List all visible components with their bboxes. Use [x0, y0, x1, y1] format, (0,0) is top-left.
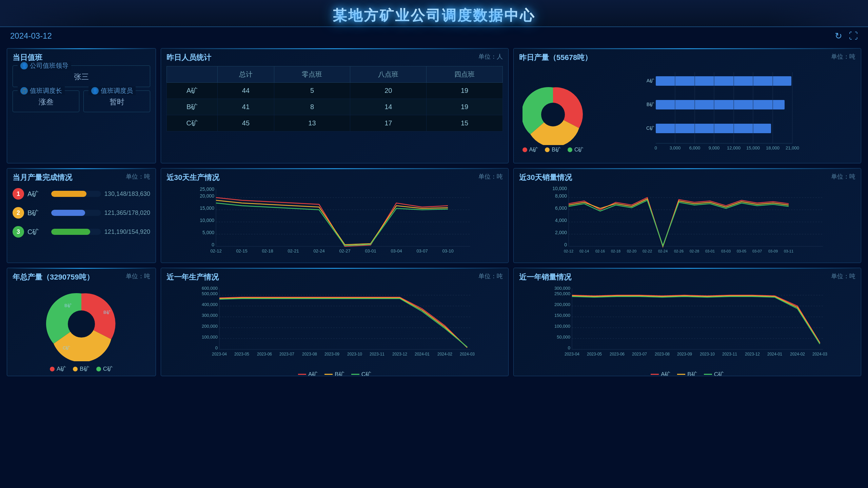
svg-text:03-05: 03-05 [737, 249, 746, 253]
svg-text:0: 0 [564, 242, 567, 247]
top-bar: 2024-03-12 ↻ ⛶ [0, 27, 868, 45]
svg-text:02-18: 02-18 [611, 249, 620, 253]
table-cell: C矿 [167, 115, 218, 131]
year-sales-legend: A矿 B矿 C矿 [519, 370, 855, 376]
svg-text:03-07: 03-07 [752, 249, 762, 253]
col-total: 总计 [218, 66, 274, 83]
legend-c: C矿 [568, 146, 584, 154]
svg-text:2023-04: 2023-04 [565, 352, 579, 357]
officer-icon: 👤 [91, 87, 99, 95]
mine-label: C矿 [27, 227, 48, 237]
svg-text:25,000: 25,000 [200, 186, 214, 192]
fullscreen-icon[interactable]: ⛶ [849, 31, 858, 41]
svg-text:0: 0 [212, 242, 214, 247]
rank-num: 1 [13, 188, 24, 200]
svg-text:600,000: 600,000 [202, 286, 218, 291]
svg-text:2023-06: 2023-06 [257, 352, 272, 357]
panel-yearly: 年总产量（3290759吨） 单位：吨 B矿 C矿 B矿 A矿 B矿 C矿 [7, 268, 156, 376]
svg-text:C矿: C矿 [63, 345, 70, 350]
svg-text:A矿: A矿 [647, 78, 654, 83]
svg-point-72 [68, 310, 95, 338]
leader-label: 👤 公司值班领导 [18, 61, 71, 70]
30day-prod-title: 近30天生产情况 [166, 172, 503, 183]
personnel-unit: 单位：人 [478, 53, 503, 61]
ypl2 [324, 374, 333, 375]
yl1 [50, 367, 55, 371]
panel-monthly: 当月产量完成情况 单位：吨 1 A矿 130,148/183,630 2 B矿 … [7, 168, 156, 263]
svg-text:2024-01: 2024-01 [767, 352, 782, 357]
legend-b-dot [545, 147, 550, 152]
leader-icon: 👤 [20, 62, 28, 69]
svg-text:8,000: 8,000 [555, 193, 567, 199]
svg-text:2024-03: 2024-03 [460, 352, 475, 357]
yl3 [96, 367, 101, 371]
table-cell: 15 [427, 115, 503, 131]
svg-text:2024-01: 2024-01 [415, 352, 430, 357]
progress-value: 121,365/178,020 [104, 209, 150, 217]
svg-text:100,000: 100,000 [202, 334, 218, 340]
header: 某地方矿业公司调度数据中心 [0, 0, 868, 27]
svg-text:250,000: 250,000 [554, 291, 570, 296]
svg-text:50,000: 50,000 [557, 334, 570, 340]
svg-text:02-18: 02-18 [262, 248, 273, 253]
top-icons: ↻ ⛶ [835, 31, 858, 41]
ysl2 [677, 374, 685, 375]
svg-text:2023-09: 2023-09 [324, 352, 339, 357]
svg-text:2024-02: 2024-02 [437, 352, 452, 357]
svg-text:2023-04: 2023-04 [212, 352, 227, 357]
svg-text:02-20: 02-20 [627, 249, 636, 253]
table-cell: 41 [218, 99, 274, 115]
table-cell: B矿 [167, 99, 218, 115]
duty-section: 👤 公司值班领导 张三 🎵 值班调度长 涨叁 👤 值班调度员 [13, 65, 150, 112]
panel-year-prod: 近一年生产情况 单位：吨 0 100,000 200,000 300,000 4… [161, 268, 509, 376]
refresh-icon[interactable]: ↻ [835, 31, 842, 41]
panel-yesterday-prod: 昨日产量（55678吨） 单位：吨 A矿 [513, 48, 861, 163]
progress-track [51, 191, 101, 197]
table-cell: 20 [350, 83, 427, 99]
30day-prod-svg: 0 5,000 10,000 15,000 20,000 25,000 02-1… [166, 185, 503, 260]
30day-prod-unit: 单位：吨 [478, 172, 503, 181]
legend-b: B矿 [545, 146, 561, 154]
table-cell: 17 [350, 115, 427, 131]
svg-text:2023-12: 2023-12 [745, 352, 760, 357]
officer-box: 👤 值班调度员 暂时 [83, 90, 150, 112]
year-sales-title: 近一年销量情况 [519, 272, 855, 282]
rank-num: 2 [13, 207, 24, 219]
progress-fill [51, 191, 86, 197]
svg-text:2023-08: 2023-08 [302, 352, 317, 357]
progress-fill [51, 229, 90, 235]
svg-text:C矿: C矿 [646, 125, 654, 131]
leader-box: 👤 公司值班领导 张三 [13, 65, 150, 87]
yesterday-bar-container: A矿 B矿 C矿 0 3,000 6,000 9,000 12,000 15,0… [590, 65, 855, 163]
svg-text:B矿: B矿 [103, 310, 111, 315]
progress-row: 1 A矿 130,148/183,630 [13, 188, 150, 200]
svg-text:4,000: 4,000 [555, 218, 567, 223]
svg-text:02-24: 02-24 [313, 248, 324, 253]
yesterday-prod-title: 昨日产量（55678吨） [519, 53, 855, 63]
yearly-pie-svg: B矿 C矿 B矿 [44, 287, 119, 361]
year-prod-svg: 0 100,000 200,000 300,000 400,000 500,00… [166, 285, 503, 366]
svg-text:02-12: 02-12 [564, 249, 573, 253]
main-grid: 当日值班 👤 公司值班领导 张三 🎵 值班调度长 涨叁 [0, 45, 868, 488]
year-sales-svg: 0 50,000 100,000 150,000 200,000 250,000… [519, 285, 855, 366]
year-sales-unit: 单位：吨 [831, 272, 855, 280]
svg-text:10,000: 10,000 [200, 218, 214, 223]
svg-text:100,000: 100,000 [554, 324, 570, 329]
progress-value: 130,148/183,630 [104, 190, 150, 198]
year-prod-unit: 单位：吨 [478, 272, 503, 280]
header-title: 某地方矿业公司调度数据中心 [0, 6, 868, 25]
yesterday-pie-container: A矿 B矿 C矿 [519, 65, 587, 163]
progress-fill [51, 210, 85, 216]
panel-30day-sales: 近30天销量情况 单位：吨 0 2,000 4,000 6,000 8,000 … [513, 168, 861, 263]
svg-text:2023-10: 2023-10 [347, 352, 362, 357]
svg-text:2023-05: 2023-05 [234, 352, 249, 357]
mine-label: B矿 [27, 208, 48, 218]
svg-text:B矿: B矿 [64, 303, 72, 308]
panel-year-sales: 近一年销量情况 单位：吨 0 50,000 100,000 150,000 20… [513, 268, 861, 376]
progress-row: 2 B矿 121,365/178,020 [13, 207, 150, 219]
svg-text:03-01: 03-01 [705, 249, 715, 253]
svg-text:2024-03: 2024-03 [812, 352, 827, 357]
date-display: 2024-03-12 [10, 31, 52, 41]
yearly-legend: A矿 B矿 C矿 [13, 365, 150, 373]
svg-text:6,000: 6,000 [689, 145, 701, 150]
